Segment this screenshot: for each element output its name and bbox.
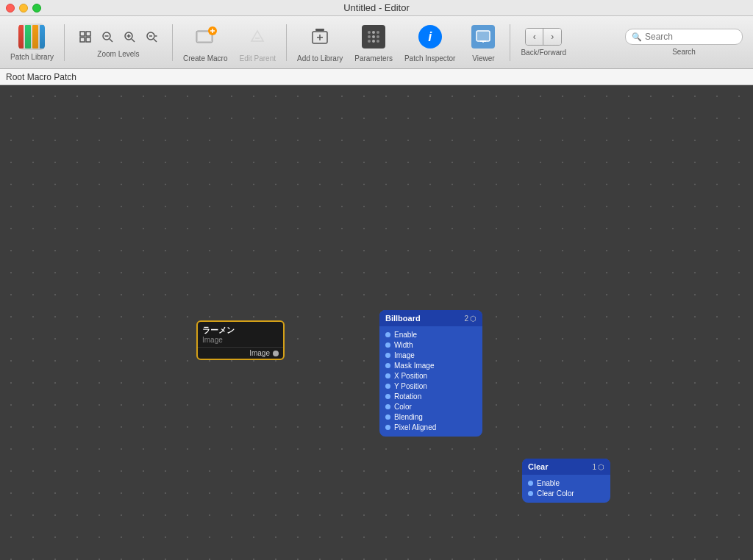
zoom-levels-label: Zoom Levels (97, 50, 139, 58)
window-title: Untitled - Editor (343, 2, 410, 13)
svg-point-32 (376, 40, 379, 43)
clear-port-dot-clear-color (528, 491, 533, 496)
minimize-button[interactable] (19, 4, 28, 12)
svg-point-26 (372, 40, 375, 43)
zoom-out-button[interactable] (97, 26, 118, 47)
toolbar: Patch Library (0, 16, 753, 69)
back-forward-label: Back/Forward (521, 49, 566, 57)
billboard-patch-header: Billboard 2 ⬡ (379, 310, 482, 326)
svg-point-27 (368, 31, 371, 34)
billboard-patch-title: Billboard (385, 314, 421, 323)
search-icon: 🔍 (632, 32, 642, 42)
zoom-fit-button[interactable] (75, 26, 96, 47)
port-dot-image (385, 353, 390, 358)
svg-rect-3 (86, 37, 90, 42)
search-group: 🔍 Search (621, 29, 747, 56)
svg-rect-16 (198, 32, 211, 41)
zoom-buttons (75, 26, 162, 47)
back-forward-group: ‹ › Back/Forward (516, 28, 571, 57)
svg-point-31 (376, 35, 379, 38)
svg-line-12 (154, 39, 157, 42)
create-macro-group: Create Macro (179, 22, 232, 62)
svg-rect-0 (80, 32, 85, 36)
port-dot-blending (385, 414, 390, 420)
patch-inspector-group: i Patch Inspector (400, 22, 460, 62)
parameters-group: Parameters (350, 22, 397, 62)
svg-rect-1 (86, 32, 90, 36)
port-dot-pixel-aligned (385, 425, 390, 430)
ramen-patch-title: ラーメン (198, 322, 283, 336)
billboard-patch[interactable]: Billboard 2 ⬡ Enable Width Image Mask Im… (379, 310, 482, 437)
zoom-in-button[interactable] (119, 26, 140, 47)
create-macro-button[interactable] (189, 22, 221, 51)
patch-library-icon[interactable] (18, 24, 45, 50)
billboard-port-y-position: Y Position (379, 381, 482, 391)
clear-port-enable: Enable (522, 478, 610, 488)
svg-line-10 (132, 39, 135, 42)
traffic-lights (6, 4, 41, 12)
edit-parent-button[interactable] (241, 22, 274, 51)
search-label: Search (672, 48, 696, 56)
zoom-100-button[interactable] (141, 26, 162, 47)
viewer-icon (471, 25, 495, 49)
forward-button[interactable]: › (543, 29, 561, 45)
port-dot-mask-image (385, 363, 390, 368)
billboard-port-blending: Blending (379, 412, 482, 422)
title-bar: Untitled - Editor (0, 0, 753, 16)
billboard-port-width: Width (379, 340, 482, 350)
patch-inspector-button[interactable]: i (414, 22, 446, 51)
viewer-group: Viewer (463, 22, 504, 62)
svg-point-24 (372, 31, 375, 34)
add-to-library-button[interactable] (304, 22, 336, 51)
svg-rect-2 (80, 37, 85, 42)
billboard-patch-counter: 2 ⬡ (464, 315, 477, 323)
parameters-label: Parameters (354, 54, 393, 62)
canvas[interactable]: ラーメン Image Image Billboard 2 ⬡ Enable Wi… (0, 85, 753, 560)
nav-arrows: ‹ › (525, 28, 562, 46)
search-box[interactable]: 🔍 (625, 29, 743, 45)
breadcrumb-bar: Root Macro Patch (0, 69, 753, 85)
svg-point-28 (368, 35, 371, 38)
zoom-levels-group: Zoom Levels (71, 26, 166, 58)
maximize-button[interactable] (32, 4, 41, 12)
back-button[interactable]: ‹ (526, 29, 543, 45)
ramen-patch[interactable]: ラーメン Image Image (196, 320, 285, 360)
clear-port-clear-color: Clear Color (522, 488, 610, 498)
add-to-library-label: Add to Library (297, 54, 343, 62)
patch-library-label: Patch Library (10, 53, 54, 61)
clear-patch-title: Clear (528, 462, 549, 471)
search-input[interactable] (645, 32, 736, 42)
clear-port-dot-enable (528, 481, 533, 486)
svg-point-25 (372, 35, 375, 38)
billboard-port-enable: Enable (379, 329, 482, 340)
add-to-library-group: Add to Library (293, 22, 347, 62)
clear-patch-header: Clear 1 ⬡ (522, 459, 610, 475)
add-library-icon (308, 25, 332, 49)
svg-rect-33 (477, 31, 490, 41)
close-button[interactable] (6, 4, 15, 12)
viewer-button[interactable] (467, 22, 499, 51)
clear-patch[interactable]: Clear 1 ⬡ Enable Clear Color (522, 459, 610, 503)
billboard-port-x-position: X Position (379, 370, 482, 381)
port-dot-width (385, 342, 390, 348)
billboard-patch-ports: Enable Width Image Mask Image X Position… (379, 326, 482, 437)
billboard-port-image: Image (379, 350, 482, 360)
sep-2 (172, 24, 173, 61)
patch-inspector-icon: i (418, 25, 442, 49)
patch-library-group: Patch Library (6, 24, 58, 61)
patch-inspector-label: Patch Inspector (404, 54, 455, 62)
port-dot-y-position (385, 384, 390, 389)
sep-3 (286, 24, 287, 61)
port-dot-x-position (385, 373, 390, 378)
ramen-output-port (273, 351, 279, 356)
edit-parent-group: Edit Parent (235, 22, 280, 62)
billboard-port-color: Color (379, 401, 482, 412)
create-macro-label: Create Macro (183, 54, 228, 62)
edit-parent-label: Edit Parent (240, 54, 276, 62)
port-dot-rotation (385, 394, 390, 399)
billboard-port-rotation: Rotation (379, 391, 482, 401)
port-dot-enable (385, 332, 390, 337)
clear-patch-ports: Enable Clear Color (522, 475, 610, 503)
parameters-button[interactable] (357, 22, 390, 51)
ramen-patch-subtitle: Image (198, 336, 283, 347)
